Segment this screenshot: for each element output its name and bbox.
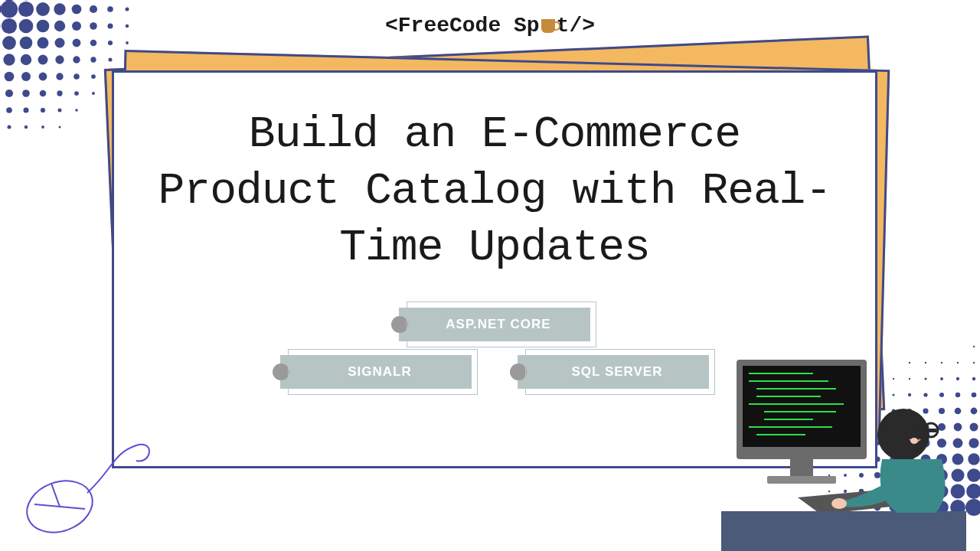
svg-point-55 bbox=[5, 90, 13, 97]
svg-point-48 bbox=[21, 72, 31, 81]
page-title: Build an E-Commerce Product Catalog with… bbox=[150, 106, 839, 277]
svg-point-27 bbox=[126, 24, 129, 28]
svg-point-180 bbox=[877, 409, 929, 461]
svg-point-131 bbox=[968, 453, 979, 465]
svg-point-41 bbox=[55, 55, 64, 64]
svg-point-93 bbox=[972, 393, 977, 398]
svg-point-44 bbox=[108, 57, 112, 61]
svg-point-30 bbox=[20, 37, 33, 50]
svg-point-51 bbox=[74, 73, 80, 80]
svg-point-15 bbox=[72, 5, 82, 15]
logo-text-open: <FreeCode Sp bbox=[385, 14, 540, 37]
svg-point-0 bbox=[0, 0, 2, 2]
svg-point-21 bbox=[19, 19, 34, 34]
tag-group: ASP.NET CORE SIGNALR SQL SERVER bbox=[280, 308, 709, 389]
tag-aspnet-core: ASP.NET CORE bbox=[399, 308, 590, 341]
svg-rect-169 bbox=[767, 476, 836, 484]
svg-point-31 bbox=[38, 37, 49, 49]
svg-point-33 bbox=[73, 39, 81, 47]
site-logo: <FreeCode Spt/> bbox=[385, 14, 595, 37]
svg-point-12 bbox=[18, 2, 34, 17]
svg-point-64 bbox=[41, 108, 45, 112]
svg-point-25 bbox=[90, 22, 97, 30]
svg-point-23 bbox=[54, 21, 65, 31]
svg-point-162 bbox=[965, 499, 980, 516]
svg-point-39 bbox=[21, 54, 31, 65]
svg-point-141 bbox=[967, 468, 980, 482]
svg-point-121 bbox=[969, 438, 978, 448]
svg-point-65 bbox=[57, 108, 61, 112]
svg-point-56 bbox=[22, 90, 30, 97]
svg-point-38 bbox=[3, 54, 15, 65]
svg-point-102 bbox=[971, 408, 978, 415]
svg-point-32 bbox=[55, 38, 65, 48]
svg-point-16 bbox=[90, 5, 97, 13]
mouse-illustration bbox=[14, 422, 167, 545]
svg-point-111 bbox=[970, 423, 978, 432]
svg-rect-179 bbox=[721, 511, 966, 551]
svg-point-11 bbox=[1, 1, 18, 18]
svg-point-69 bbox=[24, 126, 28, 129]
svg-point-29 bbox=[2, 36, 16, 50]
svg-point-26 bbox=[107, 23, 113, 28]
svg-point-18 bbox=[125, 7, 129, 11]
svg-point-57 bbox=[40, 90, 47, 97]
svg-point-58 bbox=[57, 90, 62, 96]
svg-point-17 bbox=[107, 6, 113, 12]
svg-point-40 bbox=[38, 55, 48, 65]
svg-point-47 bbox=[5, 72, 15, 82]
svg-point-52 bbox=[91, 74, 96, 79]
svg-point-70 bbox=[41, 126, 44, 129]
logo-text-close: t/> bbox=[557, 14, 595, 37]
svg-point-34 bbox=[90, 40, 97, 47]
tag-sql-server: SQL SERVER bbox=[518, 355, 709, 389]
svg-point-42 bbox=[73, 56, 80, 63]
svg-point-85 bbox=[972, 377, 975, 380]
tag-label: SQL SERVER bbox=[572, 364, 663, 379]
svg-point-184 bbox=[831, 498, 847, 509]
svg-point-43 bbox=[90, 57, 96, 62]
svg-point-60 bbox=[92, 92, 95, 95]
svg-point-22 bbox=[37, 20, 50, 33]
svg-point-73 bbox=[973, 346, 975, 347]
svg-point-63 bbox=[23, 107, 28, 112]
tag-label: ASP.NET CORE bbox=[446, 317, 550, 331]
svg-point-50 bbox=[56, 73, 63, 80]
svg-point-59 bbox=[74, 91, 79, 96]
svg-point-68 bbox=[7, 125, 11, 129]
svg-point-66 bbox=[75, 109, 78, 112]
svg-point-49 bbox=[39, 73, 47, 81]
svg-point-14 bbox=[54, 3, 65, 15]
svg-point-35 bbox=[108, 41, 113, 45]
svg-point-20 bbox=[2, 18, 17, 34]
tag-label: SIGNALR bbox=[348, 364, 412, 379]
coffee-cup-icon bbox=[541, 19, 555, 33]
svg-point-78 bbox=[973, 362, 975, 364]
svg-line-165 bbox=[51, 484, 60, 507]
svg-rect-168 bbox=[790, 459, 813, 476]
svg-rect-181 bbox=[917, 429, 937, 432]
svg-point-71 bbox=[59, 126, 61, 129]
svg-point-36 bbox=[126, 41, 129, 44]
svg-point-62 bbox=[6, 107, 12, 113]
svg-point-183 bbox=[910, 438, 918, 444]
coder-illustration bbox=[721, 344, 966, 551]
svg-point-151 bbox=[966, 484, 980, 499]
svg-point-24 bbox=[72, 21, 81, 31]
svg-point-13 bbox=[36, 2, 50, 16]
tag-signalr: SIGNALR bbox=[280, 355, 472, 389]
